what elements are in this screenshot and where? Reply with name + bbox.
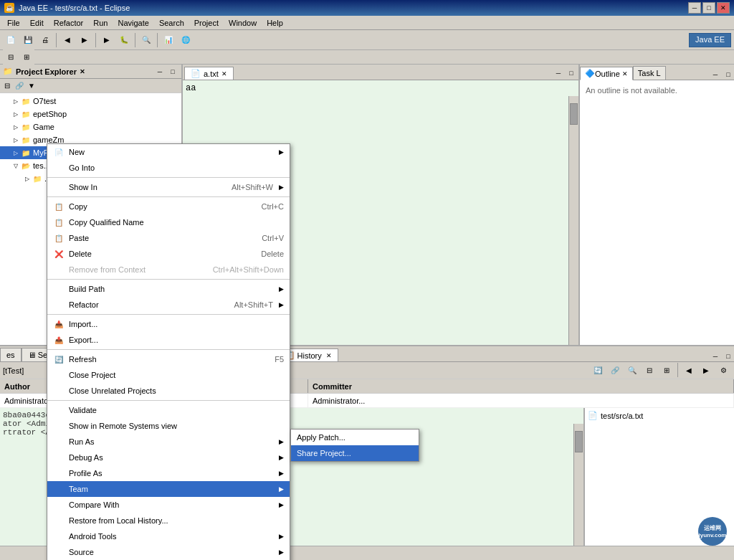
close-tab-icon[interactable]: ✕	[221, 70, 227, 77]
toolbar-btn6[interactable]: 🌐	[178, 32, 194, 48]
bottom-minimize-btn[interactable]: ─	[710, 351, 721, 361]
ctx-validate[interactable]: Validate	[47, 402, 290, 418]
ctx-import[interactable]: 📥 Import...	[47, 316, 290, 332]
menu-refactor[interactable]: Refactor	[49, 17, 88, 29]
ctx-debugas[interactable]: Debug As ▶	[47, 450, 290, 465]
ctx-removefromcontext[interactable]: Remove from Context Ctrl+Alt+Shift+Down	[47, 262, 290, 277]
expander-game[interactable]: ▷	[11, 123, 20, 131]
close-button[interactable]: ✕	[717, 2, 730, 14]
close-history-icon[interactable]: ✕	[326, 352, 332, 359]
collapse-all-btn[interactable]: ⊟	[1, 80, 13, 92]
ctx-paste[interactable]: 📋 Paste Ctrl+V	[47, 230, 290, 246]
tree-item-epetshop[interactable]: ▷ 📁 epetShop	[0, 108, 181, 120]
bottom-maximize-btn[interactable]: □	[723, 351, 734, 361]
print-button[interactable]: 🖨	[37, 32, 53, 48]
ctx-copyqualified[interactable]: 📋 Copy Qualified Name	[47, 214, 290, 230]
toolbar-btn5[interactable]: 📊	[161, 32, 176, 48]
ctx-androidtools-left: Android Tools	[53, 531, 116, 542]
expander-child1[interactable]: ▷	[23, 174, 32, 183]
expander-gamezm[interactable]: ▷	[11, 136, 20, 144]
ctx-buildpath[interactable]: Build Path ▶	[47, 281, 290, 297]
back-button[interactable]: ◀	[59, 32, 75, 48]
ctx-gointo[interactable]: Go Into	[47, 160, 290, 176]
menu-edit[interactable]: Edit	[26, 17, 48, 29]
ctx-buildpath-icon	[53, 283, 65, 295]
ctx-gointo-icon	[53, 162, 65, 174]
ctx-debugas-label: Debug As	[69, 453, 103, 462]
perspective-javaee[interactable]: Java EE	[689, 33, 731, 47]
tree-menu-btn[interactable]: ▼	[26, 80, 37, 92]
maximize-button[interactable]: □	[702, 2, 715, 14]
right-minimize-btn[interactable]: ─	[710, 70, 721, 80]
commit-scroll-thumb[interactable]	[575, 431, 583, 452]
expander-epetshop[interactable]: ▷	[11, 110, 20, 118]
explorer-minimize-btn[interactable]: ─	[154, 67, 166, 77]
sub-shareproject[interactable]: Share Project...	[291, 445, 419, 461]
menu-window[interactable]: Window	[224, 17, 261, 29]
expand-bottom-btn[interactable]: ⊞	[659, 363, 675, 379]
explorer-maximize-btn[interactable]: □	[167, 67, 178, 77]
refresh-history-btn[interactable]: 🔄	[590, 363, 606, 379]
ctx-closeunrelated[interactable]: Close Unrelated Projects	[47, 383, 290, 399]
menu-help[interactable]: Help	[262, 17, 287, 29]
settings-btn[interactable]: ⚙	[715, 363, 731, 379]
ctx-source-label: Source	[69, 548, 94, 556]
ctx-copy[interactable]: 📋 Copy Ctrl+C	[47, 199, 290, 214]
tree-item-game[interactable]: ▷ 📁 Game	[0, 120, 181, 133]
editor-maximize-btn[interactable]: □	[566, 68, 577, 78]
menu-search[interactable]: Search	[155, 17, 189, 29]
sub-applypatch[interactable]: Apply Patch...	[291, 430, 419, 445]
ctx-androidtools[interactable]: Android Tools ▶	[47, 528, 290, 544]
close-outline-icon[interactable]: ✕	[622, 70, 628, 77]
debug-button[interactable]: 🐛	[116, 32, 132, 48]
expander-o7test[interactable]: ▷	[11, 97, 20, 105]
menu-file[interactable]: File	[3, 17, 24, 29]
collapse-btn[interactable]: ⊟	[3, 49, 19, 65]
ctx-comparewith[interactable]: Compare With ▶	[47, 497, 290, 513]
forward-button[interactable]: ▶	[77, 32, 92, 48]
editor-vscroll[interactable]	[568, 96, 578, 345]
folder-icon: 📁	[3, 67, 13, 76]
ctx-runas[interactable]: Run As ▶	[47, 434, 290, 450]
collapse-bottom-btn[interactable]: ⊟	[642, 363, 657, 379]
new-button[interactable]: 📄	[3, 32, 19, 48]
menu-run[interactable]: Run	[89, 17, 112, 29]
ctx-source-left: Source	[53, 546, 94, 558]
run-button[interactable]: ▶	[99, 32, 115, 48]
ctx-showinremote-icon	[53, 420, 65, 432]
tree-item-o7test[interactable]: ▷ 📁 O7test	[0, 95, 181, 108]
ctx-showinremote[interactable]: Show in Remote Systems view	[47, 418, 290, 434]
expand-btn[interactable]: ⊞	[19, 49, 34, 65]
ctx-source[interactable]: Source ▶	[47, 544, 290, 560]
prev-btn[interactable]: ◀	[681, 363, 697, 379]
link-with-editor-btn[interactable]: 🔗	[14, 80, 25, 92]
tab-taskl[interactable]: Task L	[633, 66, 666, 80]
menu-project[interactable]: Project	[190, 17, 223, 29]
ctx-refactor[interactable]: Refactor Alt+Shift+T ▶	[47, 297, 290, 313]
ctx-team[interactable]: Team ▶	[47, 481, 290, 497]
next-btn[interactable]: ▶	[698, 363, 714, 379]
menu-navigate[interactable]: Navigate	[113, 17, 153, 29]
search-button[interactable]: 🔍	[138, 32, 154, 48]
expander-tes[interactable]: ▽	[11, 161, 20, 170]
commit-vscroll[interactable]	[573, 424, 583, 546]
filter-btn[interactable]: 🔍	[624, 363, 640, 379]
tab-atxt[interactable]: 📄 a.txt ✕	[184, 67, 234, 80]
tab-outline[interactable]: 🔷 Outline ✕	[580, 67, 633, 80]
ctx-restorefromlocal[interactable]: Restore from Local History...	[47, 513, 290, 528]
ctx-closeproject[interactable]: Close Project	[47, 367, 290, 383]
link-btn[interactable]: 🔗	[607, 363, 623, 379]
ctx-showin[interactable]: Show In Alt+Shift+W ▶	[47, 179, 290, 195]
ctx-new[interactable]: 📄 New ▶	[47, 144, 290, 160]
editor-scroll-thumb[interactable]	[570, 103, 578, 125]
ctx-delete[interactable]: ❌ Delete Delete	[47, 246, 290, 262]
save-button[interactable]: 💾	[20, 32, 36, 48]
minimize-button[interactable]: ─	[688, 2, 701, 14]
ctx-profileas[interactable]: Profile As ▶	[47, 465, 290, 481]
editor-minimize-btn[interactable]: ─	[553, 68, 564, 78]
tab-es[interactable]: es	[0, 348, 22, 361]
expander-myphone[interactable]: ▷	[11, 148, 20, 157]
right-maximize-btn[interactable]: □	[723, 70, 734, 80]
ctx-export[interactable]: 📤 Export...	[47, 332, 290, 348]
ctx-refresh[interactable]: 🔄 Refresh F5	[47, 351, 290, 367]
